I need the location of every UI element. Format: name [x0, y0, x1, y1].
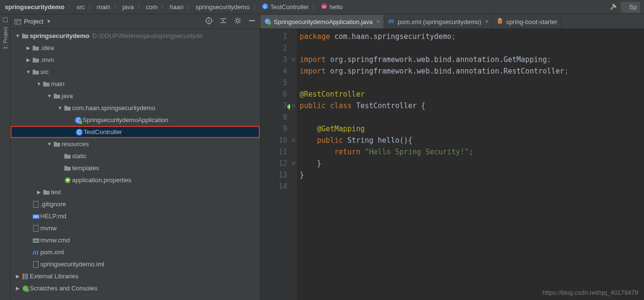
- tree-row[interactable]: static: [11, 150, 260, 162]
- tree-label: springsecuritydemo.iml: [40, 261, 104, 268]
- close-icon[interactable]: ×: [484, 18, 488, 25]
- tree-label: TestController: [84, 128, 122, 136]
- tree-arrow-icon[interactable]: [25, 69, 32, 75]
- tree-arrow-icon[interactable]: [14, 286, 21, 291]
- tree-arrow-icon[interactable]: [46, 141, 53, 147]
- code-line[interactable]: @RestController: [300, 88, 644, 100]
- code-line[interactable]: package com.haan.springsecuritydemo;: [300, 31, 644, 42]
- tree-arrow-icon[interactable]: [14, 274, 21, 279]
- close-icon[interactable]: ×: [376, 18, 380, 25]
- tree-row[interactable]: .idea: [11, 42, 260, 54]
- tree-row[interactable]: templates: [11, 162, 260, 174]
- editor-tab[interactable]: pom.xml (springsecuritydemo)×: [384, 15, 493, 28]
- fold-handle[interactable]: ⊟: [290, 135, 297, 146]
- code-line[interactable]: }: [300, 158, 644, 169]
- code-line[interactable]: }: [300, 169, 644, 181]
- code-line[interactable]: import org.springframework.web.bind.anno…: [300, 65, 644, 77]
- tree-row[interactable]: main: [11, 78, 260, 90]
- tree-row[interactable]: resources: [11, 138, 260, 150]
- tree-arrow-icon[interactable]: [14, 33, 21, 38]
- fold-handle[interactable]: ⊟: [290, 100, 297, 112]
- line-number: 7: [260, 100, 287, 112]
- tree-label: application.properties: [72, 176, 132, 184]
- breadcrumb-item[interactable]: main: [96, 3, 111, 11]
- tree-row[interactable]: TestController: [11, 126, 260, 138]
- code-line[interactable]: import org.springframework.web.bind.anno…: [300, 54, 644, 65]
- tool-window-icon[interactable]: [3, 17, 8, 22]
- breadcrumb-item[interactable]: haan: [169, 3, 184, 11]
- fold-handle[interactable]: ⊟: [290, 54, 297, 65]
- breadcrumb-label: main: [97, 3, 110, 11]
- tree-arrow-icon[interactable]: [36, 81, 42, 87]
- tree-arrow-icon[interactable]: [46, 93, 53, 99]
- tree-row[interactable]: mvnw: [11, 222, 260, 234]
- code-editor[interactable]: 1234567891011121314 ⊟⊟⊟⊟ package com.haa…: [260, 29, 644, 300]
- code-line[interactable]: [300, 77, 644, 88]
- tree-row[interactable]: SpringsecuritydemoApplication: [11, 114, 260, 126]
- code-line[interactable]: return "Hello Spring Security!";: [300, 146, 644, 158]
- tree-label: External Libraries: [30, 273, 78, 280]
- folder-icon: [63, 104, 72, 112]
- breadcrumb-item[interactable]: com: [145, 3, 159, 11]
- tree-label: mvnw: [40, 225, 57, 232]
- editor-area: SpringsecuritydemoApplication.java×pom.x…: [260, 14, 644, 300]
- gear-icon[interactable]: [234, 17, 242, 26]
- tree-arrow-icon[interactable]: [57, 105, 63, 111]
- fold-handle[interactable]: ⊟: [290, 158, 297, 169]
- tree-row[interactable]: application.properties: [11, 174, 260, 186]
- tree-row[interactable]: pom.xml: [11, 246, 260, 258]
- folder-icon: [63, 164, 72, 172]
- tree-row[interactable]: springsecuritydemoD:\DDUP\99demo\java\sp…: [11, 30, 260, 42]
- build-icon[interactable]: [608, 2, 617, 12]
- collapse-all-icon[interactable]: [219, 17, 227, 26]
- tree-row[interactable]: test: [11, 186, 260, 198]
- code-line[interactable]: [300, 181, 644, 192]
- fold-handle: [290, 181, 297, 192]
- breadcrumb-item[interactable]: hello: [320, 3, 343, 11]
- tree-row[interactable]: External Libraries: [11, 270, 260, 282]
- tree-arrow-icon[interactable]: [25, 45, 32, 50]
- tree-row[interactable]: src: [11, 66, 260, 78]
- editor-tabs: SpringsecuritydemoApplication.java×pom.x…: [260, 14, 644, 29]
- tree-row[interactable]: .mvn: [11, 54, 260, 66]
- project-sidebar-header: Project ▼: [11, 14, 260, 29]
- code-line[interactable]: [300, 112, 644, 123]
- code-line[interactable]: [300, 42, 644, 54]
- breadcrumb-item[interactable]: springsecuritydemo: [4, 3, 65, 11]
- fold-handle: [290, 123, 297, 135]
- chevron-down-icon[interactable]: ▼: [46, 19, 51, 24]
- run-config-selector[interactable]: Sp: [621, 2, 640, 12]
- code-line[interactable]: @GetMapping: [300, 123, 644, 135]
- project-sidebar-title[interactable]: Project: [24, 18, 43, 25]
- locate-icon[interactable]: [205, 17, 213, 26]
- breadcrumb-item[interactable]: TestController: [261, 3, 310, 11]
- tree-arrow-icon[interactable]: [25, 57, 32, 62]
- tree-row[interactable]: .gitignore: [11, 198, 260, 210]
- fold-strip: ⊟⊟⊟⊟: [290, 29, 297, 300]
- code-line[interactable]: public class TestController {: [300, 100, 644, 112]
- fold-handle: [290, 112, 297, 123]
- breadcrumb-label: springsecuritydemo: [5, 3, 64, 11]
- code-line[interactable]: public String hello(){: [300, 135, 644, 146]
- breadcrumb-separator-icon: 〉: [158, 3, 169, 12]
- breadcrumb-item[interactable]: src: [75, 3, 85, 11]
- tree-arrow-icon[interactable]: [36, 189, 42, 195]
- breadcrumb-item[interactable]: springsecuritydemo: [194, 3, 251, 11]
- editor-tab[interactable]: spring-boot-starter: [493, 15, 561, 28]
- tree-row[interactable]: HELP.md: [11, 210, 260, 222]
- hide-icon[interactable]: [248, 17, 256, 26]
- spring-file-icon: [63, 176, 72, 184]
- project-tree[interactable]: springsecuritydemoD:\DDUP\99demo\java\sp…: [11, 29, 260, 300]
- tree-row[interactable]: Scratches and Consoles: [11, 282, 260, 294]
- breadcrumb-separator-icon: 〉: [310, 3, 320, 12]
- tree-row[interactable]: mvnw.cmd: [11, 234, 260, 246]
- breadcrumb-item[interactable]: java: [122, 3, 135, 11]
- tree-row[interactable]: com.haan.springsecuritydemo: [11, 102, 260, 114]
- project-tool-tab[interactable]: 1: Project: [1, 24, 9, 52]
- tree-row[interactable]: springsecuritydemo.iml: [11, 258, 260, 270]
- class-icon: [262, 3, 268, 11]
- watermark: https://blog.csdn.net/qq_40179479: [543, 289, 639, 296]
- code-content[interactable]: package com.haan.springsecuritydemo; imp…: [297, 29, 644, 300]
- editor-tab[interactable]: SpringsecuritydemoApplication.java×: [260, 15, 384, 28]
- tree-row[interactable]: java: [11, 90, 260, 102]
